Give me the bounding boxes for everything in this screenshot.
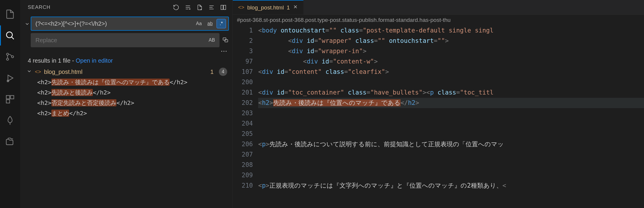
- replace-input[interactable]: [34, 37, 207, 44]
- activity-scm[interactable]: [0, 47, 20, 67]
- result-line[interactable]: <h2>先読みと後読み</h2>: [20, 87, 232, 98]
- preserve-case-toggle[interactable]: AB: [207, 35, 217, 45]
- search-input-wrap: Aa ab .*: [31, 17, 229, 31]
- activity-search[interactable]: [0, 25, 20, 46]
- svg-rect-11: [225, 40, 228, 42]
- result-line[interactable]: <h2>否定先読みと否定後読み</h2>: [20, 98, 232, 108]
- activity-bar: [0, 0, 20, 208]
- more-options[interactable]: ⋯: [20, 47, 232, 55]
- replace-all-icon[interactable]: [222, 36, 229, 44]
- tab-blog-post[interactable]: <> blog_post.html 1: [233, 0, 303, 14]
- result-match-badge: 4: [219, 68, 227, 76]
- svg-rect-8: [221, 5, 223, 10]
- sidebar-title: SEARCH: [28, 4, 51, 10]
- match-case-toggle[interactable]: Aa: [194, 19, 204, 28]
- regex-toggle[interactable]: .*: [217, 19, 226, 28]
- svg-rect-7: [6, 100, 9, 103]
- breadcrumb[interactable]: #post-368.st-post.post-368.post.type-pos…: [233, 15, 644, 25]
- collapse-icon[interactable]: [208, 4, 215, 11]
- result-line[interactable]: <h2>まとめ</h2>: [20, 108, 232, 118]
- search-sidebar: SEARCH Aa ab .*: [20, 0, 233, 208]
- result-line[interactable]: <h2>先読み・後読みは『位置へのマッチ』である</h2>: [20, 77, 232, 87]
- result-changed-count: 1: [210, 69, 214, 75]
- tab-filename: blog_post.html: [247, 4, 284, 11]
- activity-debug[interactable]: [0, 68, 20, 88]
- toggle-replace-chevron[interactable]: [24, 17, 31, 47]
- svg-point-1: [6, 53, 9, 55]
- result-file-row[interactable]: <> blog_post.html 1 4: [20, 66, 232, 77]
- svg-rect-10: [223, 38, 226, 40]
- open-in-editor-link[interactable]: Open in editor: [76, 57, 113, 64]
- clear-icon[interactable]: [184, 4, 192, 11]
- svg-point-2: [6, 58, 9, 60]
- sidebar-header: SEARCH: [20, 0, 232, 15]
- chevron-down-icon: [27, 69, 32, 75]
- close-icon[interactable]: [293, 4, 298, 11]
- results-summary: 4 results in 1 file - Open in editor: [20, 55, 232, 66]
- code-editor[interactable]: 1239710720020120220320420520620720820921…: [233, 25, 644, 208]
- activity-tree-icon[interactable]: [0, 110, 20, 131]
- expand-icon[interactable]: [219, 4, 227, 11]
- svg-rect-5: [6, 95, 9, 99]
- new-file-icon[interactable]: [196, 4, 204, 11]
- search-input[interactable]: [34, 20, 194, 27]
- result-file-name: blog_post.html: [44, 69, 82, 75]
- svg-rect-6: [10, 95, 14, 99]
- activity-explorer[interactable]: [0, 4, 20, 24]
- tab-modified-indicator: 1: [287, 4, 290, 11]
- editor-tabs: <> blog_post.html 1: [233, 0, 644, 15]
- html-file-icon: <>: [35, 69, 41, 75]
- whole-word-toggle[interactable]: ab: [205, 19, 215, 28]
- svg-point-3: [12, 56, 14, 58]
- svg-point-0: [6, 32, 12, 38]
- refresh-icon[interactable]: [172, 4, 180, 11]
- activity-extensions[interactable]: [0, 89, 20, 109]
- replace-input-wrap: AB: [31, 33, 219, 47]
- editor-group: <> blog_post.html 1 #post-368.st-post.po…: [233, 0, 644, 208]
- html-file-icon: <>: [238, 4, 244, 11]
- sidebar-actions: [172, 4, 227, 11]
- activity-folders-icon[interactable]: [0, 132, 20, 152]
- svg-rect-9: [224, 5, 226, 10]
